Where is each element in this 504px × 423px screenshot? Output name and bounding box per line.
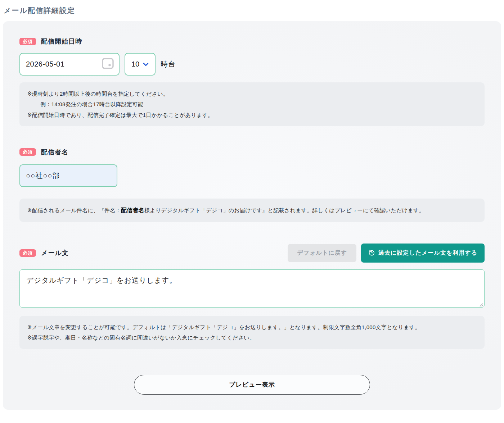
delivery-hour-value: 10 (131, 60, 139, 68)
section-delivery-start: 必須 配信開始日時 2026-05-01 10 (19, 37, 485, 126)
use-past-mail-button[interactable]: 過去に設定したメール文を利用する (361, 244, 485, 263)
note-line: 例：14:08発注の場合17時台以降設定可能 (27, 99, 477, 109)
required-badge: 必須 (19, 148, 36, 156)
note-line: ※誤字脱字や、期日・名称などの固有名詞に間違いがないか入念にチェックしてください… (27, 332, 477, 343)
mail-body-textarea[interactable]: デジタルギフト「デジコ」をお送りします。 (19, 269, 485, 308)
sender-name-input[interactable]: ○○社○○部 (19, 164, 117, 187)
required-badge: 必須 (19, 249, 36, 257)
delivery-hour-select[interactable]: 10 (125, 53, 156, 76)
note-bold-text: 配信者名 (121, 207, 144, 213)
chevron-down-icon (143, 61, 149, 68)
note-line: ※メール文章を変更することが可能です。デフォルトは「デジタルギフト「デジコ」をお… (27, 322, 477, 332)
delivery-start-label: 配信開始日時 (41, 37, 82, 46)
reset-default-button[interactable]: デフォルトに戻す (288, 244, 356, 262)
delivery-date-input[interactable]: 2026-05-01 (19, 53, 120, 76)
sender-name-value: ○○社○○部 (26, 171, 60, 181)
delivery-date-value: 2026-05-01 (26, 60, 64, 68)
calendar-icon (102, 58, 114, 70)
note-line: ※現時刻より2時間以上後の時間台を指定してください。 (27, 88, 477, 99)
required-badge: 必須 (19, 38, 36, 45)
delivery-start-note: ※現時刻より2時間以上後の時間台を指定してください。 例：14:08発注の場合1… (19, 82, 485, 126)
section-sender-name: 必須 配信者名 ○○社○○部 ※配信されるメール件名に、『件名：配信者名様よりデ… (19, 148, 485, 222)
sender-name-note: ※配信されるメール件名に、『件名：配信者名様よりデジタルギフト「デジコ」のお届け… (19, 199, 485, 222)
use-past-mail-button-label: 過去に設定したメール文を利用する (378, 249, 477, 257)
mail-body-note: ※メール文章を変更することが可能です。デフォルトは「デジタルギフト「デジコ」をお… (19, 316, 485, 349)
hour-unit-label: 時台 (161, 59, 176, 69)
history-icon (368, 249, 375, 257)
note-text: ※配信されるメール件名に、『件名： (27, 207, 121, 213)
page-title: メール配信詳細設定 (4, 6, 504, 15)
note-text: 様よりデジタルギフト「デジコ」のお届けです』と記載されます。詳しくはプレビューに… (144, 207, 424, 213)
mail-body-label: メール文 (41, 249, 69, 257)
preview-button[interactable]: プレビュー表示 (134, 375, 370, 395)
note-line: ※配信開始日時であり、配信完了確定は最大で1日かかることがあります。 (27, 110, 477, 120)
sender-name-label: 配信者名 (41, 148, 68, 156)
mail-settings-card: 必須 配信開始日時 2026-05-01 10 (3, 21, 501, 410)
section-mail-body: 必須 メール文 デフォルトに戻す 過去に設定したメール文を利用する (19, 244, 485, 349)
